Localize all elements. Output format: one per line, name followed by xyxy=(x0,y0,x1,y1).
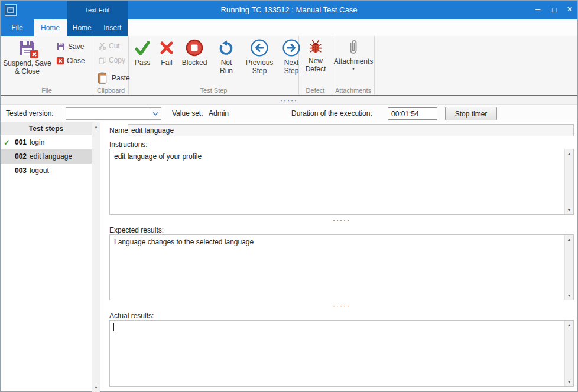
suspend-save-close-button[interactable]: Suspend, Save & Close xyxy=(2,38,53,76)
chevron-down-icon xyxy=(152,112,158,116)
tab-home[interactable]: Home xyxy=(34,19,67,36)
fail-x-icon xyxy=(157,38,176,57)
sidebar-scrollbar[interactable]: ▲ ▼ xyxy=(92,122,100,392)
ribbon-group-attachments: Attachments ▼ Attachments xyxy=(332,36,375,95)
copy-label: Copy xyxy=(109,56,125,64)
fail-label: Fail xyxy=(161,59,172,67)
ribbon-tab-row: File Home Home Insert xyxy=(1,19,577,36)
previous-step-icon xyxy=(250,38,269,57)
name-input[interactable] xyxy=(128,124,574,136)
text-caret xyxy=(113,323,114,331)
expected-results-scrollbar[interactable]: ▲ ▼ xyxy=(564,235,573,300)
close-ribbon-button[interactable]: Close xyxy=(56,55,85,67)
previous-step-button[interactable]: Previous Step xyxy=(245,38,274,76)
titlebar: Text Edit Running TC 133512 : Manual Tes… xyxy=(1,1,577,19)
step-label: login xyxy=(30,138,44,146)
save-icon xyxy=(56,42,66,51)
not-run-refresh-icon xyxy=(217,38,236,57)
attachments-label: Attachments xyxy=(334,58,374,66)
copy-button: Copy xyxy=(98,54,125,66)
close-label: Close xyxy=(67,57,85,65)
app-icon[interactable] xyxy=(5,4,17,16)
bug-icon xyxy=(307,38,324,55)
scroll-down-icon[interactable]: ▼ xyxy=(565,291,573,300)
previous-step-label: Previous Step xyxy=(245,59,274,76)
ribbon-splitter-grip[interactable]: ····· xyxy=(1,96,577,105)
test-step-row-003[interactable]: 003 logout xyxy=(1,164,92,178)
step-label: edit language xyxy=(30,152,72,161)
instructions-label: Instructions: xyxy=(109,141,148,149)
maximize-button[interactable]: □ xyxy=(547,1,562,18)
tested-version-value xyxy=(69,109,148,119)
attachments-button[interactable]: Attachments ▼ xyxy=(334,38,373,71)
duration-input[interactable] xyxy=(388,107,437,120)
tested-version-dropdown-button[interactable] xyxy=(150,108,161,119)
minimize-button[interactable]: ─ xyxy=(530,1,545,18)
close-button[interactable]: × xyxy=(562,1,577,18)
contextual-tab-group-header: Text Edit xyxy=(67,1,128,19)
pass-button[interactable]: Pass xyxy=(132,38,152,76)
blocked-button[interactable]: Blocked xyxy=(181,38,208,76)
scroll-up-icon[interactable]: ▲ xyxy=(565,149,573,158)
tab-file[interactable]: File xyxy=(1,19,34,36)
instructions-scrollbar[interactable]: ▲ ▼ xyxy=(564,149,573,214)
actual-results-textarea[interactable] xyxy=(110,321,564,386)
cut-scissors-icon xyxy=(98,42,106,50)
cut-button: Cut xyxy=(98,40,120,52)
suspend-save-close-label: Suspend, Save & Close xyxy=(2,60,53,76)
new-defect-button[interactable]: New Defect xyxy=(301,38,330,74)
save-button[interactable]: Save xyxy=(56,41,84,53)
stop-timer-button[interactable]: Stop timer xyxy=(445,107,497,120)
next-step-icon xyxy=(282,38,301,57)
scroll-down-icon[interactable]: ▼ xyxy=(92,383,100,392)
tab-ctx-home[interactable]: Home xyxy=(67,19,98,36)
tested-version-combobox[interactable] xyxy=(66,107,161,120)
value-set-label: Value set: xyxy=(172,109,203,117)
scroll-down-icon[interactable]: ▼ xyxy=(565,377,573,386)
blocked-stop-icon xyxy=(185,38,204,57)
scroll-up-icon[interactable]: ▲ xyxy=(92,122,100,131)
file-group-label: File xyxy=(1,87,93,94)
fail-button[interactable]: Fail xyxy=(158,38,176,76)
clipboard-group-label: Clipboard xyxy=(93,87,128,94)
ribbon-group-file: Suspend, Save & Close Save Close File xyxy=(1,36,93,95)
test-step-row-001[interactable]: ✓ 001 login xyxy=(1,135,92,149)
maximize-icon: □ xyxy=(552,5,557,14)
execution-toolbar: Tested version: Value set: Admin Duratio… xyxy=(1,105,577,122)
pass-label: Pass xyxy=(135,59,151,67)
window-glyph-icon xyxy=(7,6,15,14)
step-number: 002 xyxy=(15,152,27,161)
not-run-button[interactable]: Not Run xyxy=(213,38,239,76)
test-step-row-002[interactable]: 002 edit language xyxy=(1,149,92,164)
stop-timer-label: Stop timer xyxy=(455,110,488,118)
red-x-badge-icon xyxy=(30,50,39,59)
instructions-textarea[interactable]: edit language of your profile xyxy=(110,149,564,214)
attachments-dropdown-icon: ▼ xyxy=(352,67,355,71)
ribbon-group-defect: New Defect Defect xyxy=(299,36,332,95)
defect-group-label: Defect xyxy=(299,87,332,94)
contextual-tabs: Home Insert xyxy=(67,19,128,36)
paste-button[interactable]: Paste xyxy=(96,70,130,86)
minimize-icon: ─ xyxy=(535,5,541,14)
step-label: logout xyxy=(30,166,49,175)
expected-results-field: Language changes to the selected languag… xyxy=(109,234,574,300)
step-number: 001 xyxy=(15,138,27,146)
close-red-icon xyxy=(56,57,64,65)
scroll-down-icon[interactable]: ▼ xyxy=(565,205,573,214)
actual-results-scrollbar[interactable]: ▲ ▼ xyxy=(564,321,573,386)
paste-clipboard-icon xyxy=(96,71,109,84)
tab-ctx-insert[interactable]: Insert xyxy=(98,19,128,36)
instructions-expected-splitter-grip[interactable]: ····· xyxy=(109,215,574,225)
tested-version-label: Tested version: xyxy=(6,109,54,117)
step-number: 003 xyxy=(15,166,27,175)
copy-icon xyxy=(98,56,106,64)
expected-results-textarea[interactable]: Language changes to the selected languag… xyxy=(110,235,564,300)
suspend-save-close-icon xyxy=(18,38,37,57)
ribbon: Suspend, Save & Close Save Close File xyxy=(1,36,577,96)
scroll-up-icon[interactable]: ▲ xyxy=(565,235,573,244)
expected-actual-splitter-grip[interactable]: ····· xyxy=(109,300,574,311)
not-run-label: Not Run xyxy=(213,59,239,76)
cut-label: Cut xyxy=(109,42,120,50)
scroll-up-icon[interactable]: ▲ xyxy=(565,321,573,329)
step-passed-check-icon: ✓ xyxy=(4,138,12,147)
